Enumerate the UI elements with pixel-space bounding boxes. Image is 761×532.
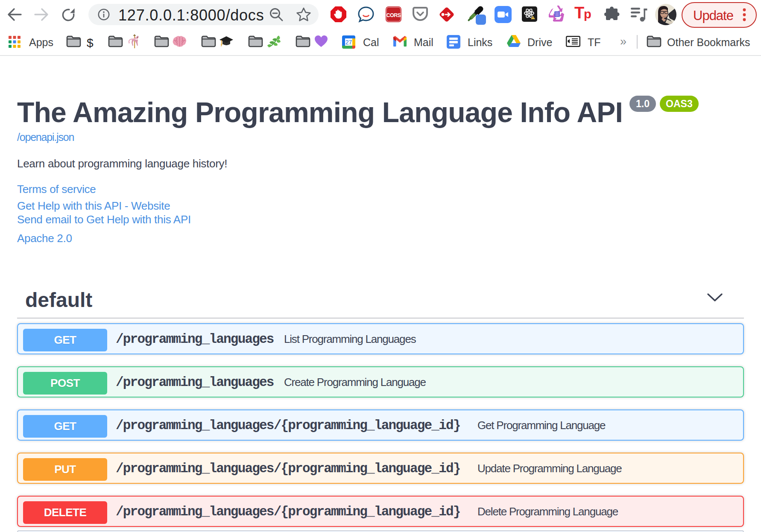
svg-text:!: !	[533, 17, 533, 20]
svg-text:CORS: CORS	[386, 12, 401, 18]
svg-text:27: 27	[345, 39, 352, 46]
